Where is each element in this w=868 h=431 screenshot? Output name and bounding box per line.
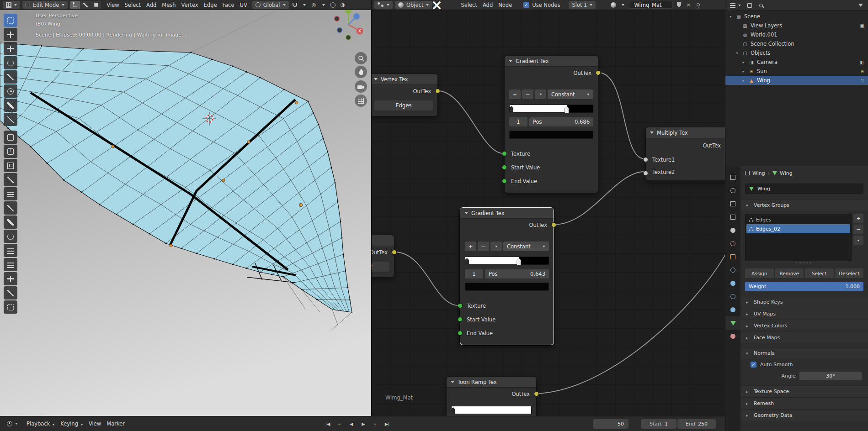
- unlink-material-button[interactable]: ×: [685, 1, 692, 9]
- ramp-remove-button[interactable]: −: [522, 89, 533, 99]
- tool-poly-build[interactable]: [4, 216, 17, 229]
- properties-tab-object[interactable]: [725, 250, 740, 263]
- close-overlay-icon[interactable]: ×: [431, 0, 442, 13]
- vertex-group-field[interactable]: Edges: [374, 100, 433, 110]
- editor-type-selector[interactable]: [374, 1, 393, 9]
- color-ramp[interactable]: [465, 257, 549, 265]
- properties-tab-world[interactable]: [725, 237, 740, 250]
- properties-editor[interactable]: Wing › Wing Wing ▾Vertex Groups EdgesEdg…: [725, 166, 868, 431]
- viewport-menu-uv[interactable]: UV: [237, 2, 250, 8]
- selected-vertex[interactable]: [295, 101, 298, 104]
- output-socket[interactable]: [596, 70, 601, 75]
- timeline-menu-marker[interactable]: Marker: [104, 420, 128, 427]
- breadcrumb-data[interactable]: Wing: [780, 170, 793, 176]
- ramp-index-field[interactable]: 1: [465, 269, 483, 279]
- transport-jump-end-button[interactable]: ▶|: [382, 419, 393, 428]
- edge-select-button[interactable]: [80, 1, 91, 9]
- expand-arrow[interactable]: ▸: [741, 79, 746, 83]
- collapse-icon[interactable]: [374, 78, 378, 80]
- ramp-color-swatch[interactable]: [509, 131, 593, 139]
- search-icon[interactable]: [757, 1, 765, 9]
- pin-icon[interactable]: [694, 1, 702, 9]
- section-remesh[interactable]: ▸Remesh: [740, 397, 868, 409]
- ramp-position-field[interactable]: Pos0.686: [529, 117, 593, 126]
- expand-arrow[interactable]: ▸: [746, 413, 750, 418]
- expand-arrow[interactable]: ▾: [746, 351, 750, 356]
- material-name-field[interactable]: Wimg_Mat: [629, 1, 673, 9]
- add-vertex-group-button[interactable]: +: [853, 214, 863, 223]
- ramp-stop-active[interactable]: [517, 258, 521, 265]
- tool-cursor[interactable]: [4, 28, 17, 41]
- properties-tab-tool[interactable]: [725, 171, 740, 184]
- interpolation-dropdown[interactable]: Constant: [503, 242, 549, 251]
- timeline-menu-playback[interactable]: Playback: [24, 420, 58, 427]
- input-socket[interactable]: [502, 165, 507, 170]
- input-socket[interactable]: [458, 331, 463, 336]
- outliner-row-scene-collection[interactable]: ▢Scene Collection: [725, 39, 868, 48]
- vertex-select-button[interactable]: [70, 1, 80, 9]
- ramp-position-field[interactable]: Pos0.643: [485, 269, 549, 279]
- input-socket[interactable]: [643, 171, 648, 176]
- node-menu-add[interactable]: Add: [480, 2, 495, 8]
- expand-arrow[interactable]: ▸: [746, 336, 750, 340]
- outliner[interactable]: ▾▤Scene▥View Layers▣◍World.001▢Scene Col…: [725, 0, 868, 166]
- node-gradient-tex-2[interactable]: Gradient Tex OutTex + − Constant 1 Pos0.…: [460, 207, 554, 345]
- vertex-group-item-edges-02[interactable]: Edges_02: [746, 224, 850, 233]
- remove-button[interactable]: Remove: [775, 268, 804, 278]
- shader-type-dropdown[interactable]: Object: [395, 1, 432, 9]
- weight-slider[interactable]: Weight 1.000: [745, 282, 863, 291]
- outliner-row-wing[interactable]: ▸▲Wing▽: [725, 76, 868, 85]
- outliner-row-camera[interactable]: ▸◨Camera◧: [725, 58, 868, 67]
- tool-rip-region[interactable]: [4, 300, 17, 314]
- expand-arrow[interactable]: ▾: [728, 15, 733, 19]
- section-face-maps[interactable]: ▸Face Maps: [740, 331, 868, 343]
- viewport-canvas[interactable]: [0, 10, 371, 416]
- expand-arrow[interactable]: ▸: [746, 389, 750, 394]
- section-uv-maps[interactable]: ▸UV Maps: [740, 308, 868, 320]
- ramp-add-button[interactable]: +: [509, 89, 521, 99]
- outliner-row-scene[interactable]: ▾▤Scene: [725, 12, 868, 21]
- collapse-icon[interactable]: [451, 381, 454, 383]
- tool-measure[interactable]: [4, 113, 17, 126]
- snap-settings-dropdown[interactable]: [301, 1, 308, 9]
- viewport-menu-vertex[interactable]: Vertex: [179, 2, 201, 8]
- vertex-group-field[interactable]: Edges_02: [371, 262, 389, 272]
- camera-view-icon[interactable]: [355, 80, 367, 93]
- expand-arrow[interactable]: ▸: [746, 300, 750, 305]
- list-resize-grip[interactable]: •••••: [745, 261, 863, 266]
- timeline-menu-view[interactable]: View: [86, 420, 104, 427]
- frame-end-field[interactable]: End250: [677, 419, 716, 429]
- show-gizmo-icon[interactable]: ◯: [330, 1, 337, 9]
- input-socket[interactable]: [458, 303, 463, 308]
- section-texture-space[interactable]: ▸Texture Space: [740, 385, 868, 397]
- section-vertex-colors[interactable]: ▸Vertex Colors: [740, 320, 868, 331]
- node-menu-select[interactable]: Select: [458, 2, 479, 8]
- editor-type-selector[interactable]: [729, 1, 742, 9]
- tool-extrude-region[interactable]: [4, 145, 17, 158]
- proportional-falloff-dropdown[interactable]: [320, 1, 327, 9]
- output-socket[interactable]: [392, 250, 397, 255]
- properties-tab-physics[interactable]: [725, 290, 740, 303]
- outliner-row-sun[interactable]: ▸☀Sun☀: [725, 67, 868, 76]
- vertex-group-specials-button[interactable]: [853, 236, 863, 245]
- node-menu-node[interactable]: Node: [495, 2, 515, 8]
- properties-tab-render[interactable]: [725, 184, 740, 197]
- display-mode-dropdown[interactable]: [746, 1, 753, 9]
- tool-spin[interactable]: [4, 230, 17, 243]
- interpolation-dropdown[interactable]: Constant: [548, 89, 593, 99]
- node-toon-ramp-tex[interactable]: Toon Ramp Tex OutTex: [446, 376, 537, 416]
- input-socket[interactable]: [502, 179, 507, 184]
- node-header[interactable]: Vertex Tex: [371, 235, 394, 246]
- tool-smooth[interactable]: [4, 244, 17, 257]
- node-header[interactable]: Multiply Tex: [646, 127, 725, 138]
- tool-bevel[interactable]: [4, 173, 17, 186]
- expand-arrow[interactable]: ▾: [746, 203, 750, 208]
- node-header[interactable]: Toon Ramp Tex: [447, 377, 536, 388]
- outliner-row-world-001[interactable]: ◍World.001: [725, 30, 868, 39]
- auto-smooth-checkbox[interactable]: ✓: [751, 362, 756, 368]
- expand-arrow[interactable]: ▸: [741, 60, 746, 64]
- selected-vertex[interactable]: [247, 141, 250, 143]
- node-vertex-tex-2[interactable]: Vertex Tex OutTex Edges_02: [371, 235, 394, 278]
- ramp-remove-button[interactable]: −: [478, 242, 489, 251]
- outliner-row-objects[interactable]: ▾▢Objects: [725, 48, 868, 58]
